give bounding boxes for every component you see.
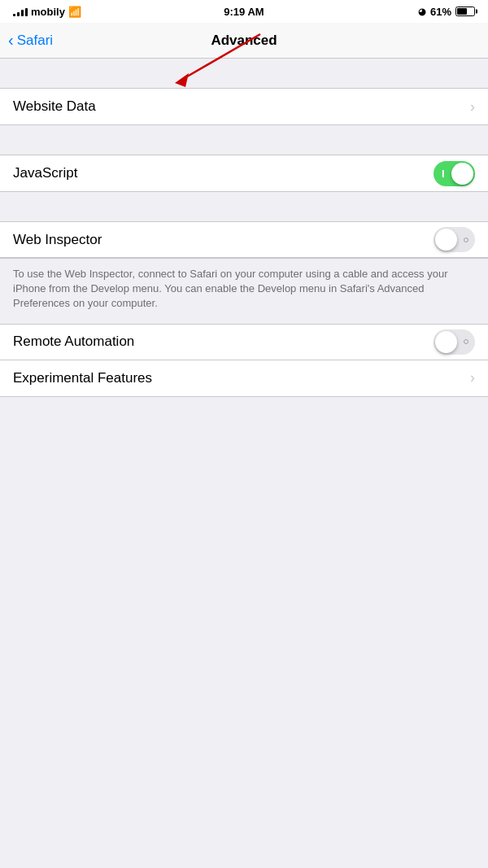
toggle-on-indicator: I — [442, 168, 445, 180]
javascript-toggle[interactable]: I — [434, 161, 475, 186]
website-data-label: Website Data — [13, 98, 464, 115]
section-gap-3 — [0, 192, 488, 221]
page-title: Advanced — [211, 33, 277, 49]
signal-bars-icon — [13, 7, 28, 16]
wifi-icon: 📶 — [68, 6, 81, 18]
back-label: Safari — [17, 33, 53, 49]
status-right: ◕ 61% — [418, 6, 475, 18]
experimental-features-label: Experimental Features — [13, 370, 464, 386]
section-gap-2 — [0, 125, 488, 155]
svg-marker-1 — [175, 73, 189, 87]
nav-bar: ‹ Safari Advanced — [0, 23, 488, 59]
remote-automation-toggle[interactable] — [434, 329, 475, 355]
remote-automation-row[interactable]: Remote Automation — [0, 325, 488, 360]
toggle-knob-off — [435, 229, 457, 251]
web-inspector-row[interactable]: Web Inspector — [0, 222, 488, 258]
section-website-data: Website Data › — [0, 88, 488, 125]
experimental-features-chevron-icon: › — [470, 369, 475, 386]
toggle-off-dot — [464, 238, 468, 242]
remote-automation-label: Remote Automation — [13, 334, 434, 350]
battery-fill — [457, 8, 467, 15]
status-left: mobily 📶 — [13, 6, 81, 18]
toggle-off-dot-2 — [464, 339, 468, 344]
signal-bar-2 — [17, 12, 20, 16]
bottom-fill — [0, 397, 488, 657]
carrier-name: mobily — [31, 6, 65, 18]
signal-bar-4 — [25, 8, 28, 16]
javascript-label: JavaScript — [13, 165, 434, 181]
section-web-inspector: Web Inspector — [0, 221, 488, 259]
section-javascript: JavaScript I — [0, 155, 488, 192]
back-button[interactable]: ‹ Safari — [8, 32, 53, 50]
battery-percent: 61% — [430, 6, 451, 18]
experimental-features-row[interactable]: Experimental Features › — [0, 360, 488, 396]
status-bar: mobily 📶 9:19 AM ◕ 61% — [0, 0, 488, 23]
section-gap-1 — [0, 59, 488, 88]
website-data-row[interactable]: Website Data › — [0, 89, 488, 124]
battery-icon — [455, 7, 475, 16]
signal-bar-3 — [21, 10, 24, 16]
location-icon: ◕ — [418, 7, 426, 17]
signal-bar-1 — [13, 14, 15, 16]
toggle-knob — [451, 163, 473, 185]
section-gap-4 — [0, 323, 488, 324]
web-inspector-toggle[interactable] — [434, 227, 475, 252]
status-time: 9:19 AM — [224, 6, 264, 18]
section-misc: Remote Automation Experimental Features … — [0, 324, 488, 397]
toggle-knob-off-2 — [435, 331, 457, 353]
web-inspector-description: To use the Web Inspector, connect to Saf… — [0, 259, 488, 323]
javascript-row[interactable]: JavaScript I — [0, 155, 488, 191]
back-chevron-icon: ‹ — [8, 31, 14, 50]
website-data-chevron-icon: › — [470, 98, 475, 116]
web-inspector-label: Web Inspector — [13, 232, 434, 248]
